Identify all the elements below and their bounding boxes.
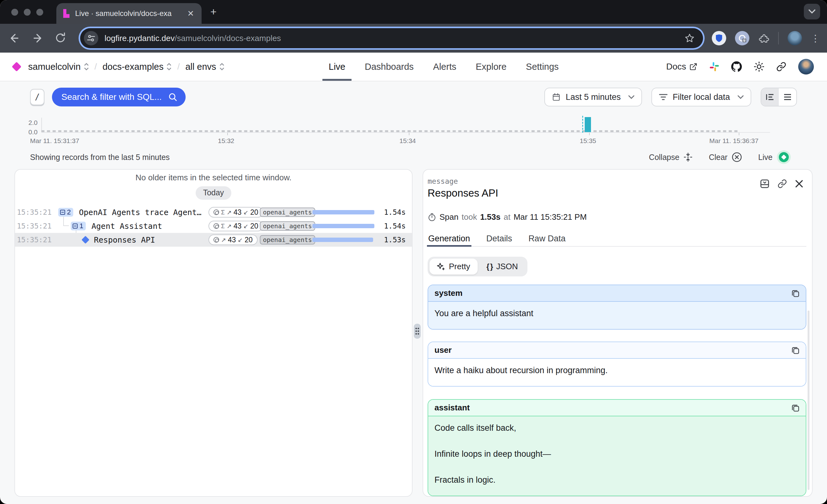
search-icon [168, 92, 178, 102]
braces-icon: { } [486, 262, 492, 271]
breadcrumb-env[interactable]: all envs [185, 62, 224, 72]
token-badge: Σ ↗43 ↙20 [208, 207, 263, 217]
trace-row[interactable]: 15:35:21 2 OpenAI Agents trace Agent… Σ … [15, 205, 412, 219]
nav-settings[interactable]: Settings [525, 53, 560, 81]
collapse-node-chip[interactable]: 2 [58, 208, 73, 217]
live-toggle[interactable]: Live [758, 150, 791, 164]
row-duration: 1.54s [384, 208, 406, 216]
docs-link[interactable]: Docs [666, 62, 697, 72]
bitwarden-extension-icon[interactable] [712, 31, 726, 45]
dock-panel-icon[interactable] [760, 179, 769, 189]
breadcrumb-org[interactable]: samuelcolvin [28, 62, 89, 72]
forward-button[interactable] [31, 32, 44, 44]
day-label: Today [196, 186, 232, 200]
theme-sun-icon[interactable] [754, 61, 764, 72]
browser-window: Live · samuelcolvin/docs-exa ✕ + logfire… [0, 0, 827, 504]
tokens-in-icon: ↗ [221, 236, 226, 243]
site-settings-icon[interactable] [84, 31, 98, 45]
address-bar[interactable]: logfire.pydantic.dev/samuelcolvin/docs-e… [80, 28, 703, 48]
pretty-json-toggle: Pretty { } JSON [428, 257, 527, 276]
flat-view-toggle[interactable] [779, 88, 796, 106]
tokens-out-count: 20 [250, 208, 258, 217]
collapse-button[interactable]: Collapse [649, 152, 692, 162]
filter-local-data-dropdown[interactable]: Filter local data [651, 88, 751, 106]
app-header: samuelcolvin / docs-examples / all envs … [0, 53, 827, 82]
browser-menu-icon[interactable]: ⋮ [811, 33, 815, 44]
x-tick [589, 133, 590, 135]
github-icon[interactable] [731, 61, 742, 72]
nav-live[interactable]: Live [328, 53, 346, 81]
maximize-window-button[interactable] [36, 9, 43, 16]
tree-view-toggle[interactable] [761, 88, 779, 106]
clear-button[interactable]: Clear [709, 152, 742, 162]
reload-button[interactable] [54, 32, 67, 44]
tab-close-icon[interactable]: ✕ [186, 9, 195, 18]
x-tick-label: 15:35 [580, 137, 596, 145]
token-badge: Σ ↗43 ↙20 [208, 221, 263, 231]
x-axis [41, 132, 770, 133]
bookmark-star-icon[interactable] [684, 33, 695, 44]
message-role: assistant [434, 403, 470, 413]
pretty-toggle[interactable]: Pretty [430, 259, 478, 274]
close-panel-icon[interactable] [795, 180, 803, 188]
json-toggle[interactable]: { } JSON [479, 259, 526, 274]
token-coin-icon [213, 237, 219, 243]
status-row: Showing records from the last 5 minutes … [0, 147, 827, 163]
row-timestamp: 15:35:21 [17, 236, 49, 244]
trace-row[interactable]: 15:35:21 1 Agent Assistant Σ ↗43 ↙20 ope… [15, 219, 412, 233]
scope-tag: openai_agents [260, 235, 315, 245]
copy-icon[interactable] [791, 404, 799, 412]
span-details-panel: message Responses API Span took 1.53s at… [423, 169, 813, 497]
extensions-puzzle-icon[interactable] [758, 33, 769, 44]
clear-circle-x-icon [732, 152, 742, 162]
tokens-out-icon: ↙ [238, 236, 243, 243]
url-text[interactable]: logfire.pydantic.dev/samuelcolvin/docs-e… [104, 34, 678, 43]
span-name: OpenAI Agents trace Agent… [79, 208, 201, 217]
onepassword-extension-icon[interactable] [735, 31, 749, 45]
browser-toolbar: logfire.pydantic.dev/samuelcolvin/docs-e… [0, 24, 827, 53]
tokens-in-count: 43 [234, 222, 242, 231]
token-coin-icon [213, 223, 219, 229]
browser-profile-avatar[interactable] [787, 31, 802, 45]
collapse-node-chip[interactable]: 1 [71, 222, 86, 231]
external-link-icon [689, 63, 697, 71]
message-content: Code calls itself back, Infinite loops i… [428, 416, 806, 496]
message-role: system [434, 288, 463, 298]
span-title: Responses API [428, 187, 806, 199]
slack-icon[interactable] [709, 62, 719, 72]
tab-details[interactable]: Details [486, 234, 513, 246]
nav-alerts[interactable]: Alerts [433, 53, 457, 81]
x-tick [227, 133, 228, 135]
tokens-out-icon: ↙ [244, 209, 249, 216]
histogram-bar[interactable] [585, 117, 591, 132]
minimize-window-button[interactable] [24, 9, 31, 16]
new-tab-button[interactable]: + [210, 6, 216, 18]
x-tick [739, 133, 739, 135]
copy-icon[interactable] [791, 289, 799, 297]
activity-timeline-chart[interactable]: 2.0 0.0 Mar 11. 15:31:37 15:32 15:34 15:… [0, 113, 827, 147]
search-filter-button[interactable]: Search & filter with SQL... [52, 88, 186, 106]
copy-link-icon[interactable] [778, 179, 787, 189]
browser-tab[interactable]: Live · samuelcolvin/docs-exa ✕ [56, 3, 202, 24]
close-window-button[interactable] [11, 9, 18, 16]
tab-search-chevron-icon[interactable] [804, 4, 820, 19]
back-button[interactable] [8, 32, 21, 44]
x-tick-label: Mar 11. 15:36:37 [709, 137, 759, 145]
sigma-icon: Σ [221, 222, 225, 230]
breadcrumb-project[interactable]: docs-examples [102, 62, 172, 72]
panel-resize-handle[interactable] [414, 324, 421, 339]
time-range-dropdown[interactable]: Last 5 minutes [544, 88, 642, 106]
copy-icon[interactable] [791, 346, 799, 354]
tab-raw-data[interactable]: Raw Data [528, 234, 566, 246]
window-controls[interactable] [11, 9, 43, 16]
logfire-logo-icon[interactable] [12, 62, 21, 71]
share-link-icon[interactable] [776, 62, 786, 72]
scrollbar[interactable] [808, 310, 810, 490]
select-chevrons-icon [166, 63, 172, 71]
nav-dashboards[interactable]: Dashboards [364, 53, 414, 81]
tokens-in-icon: ↗ [227, 209, 232, 216]
user-avatar[interactable] [798, 59, 814, 74]
nav-explore[interactable]: Explore [475, 53, 507, 81]
trace-row-selected[interactable]: 15:35:21 Responses API ↗43 ↙20 openai_ag… [15, 233, 412, 247]
tab-generation[interactable]: Generation [428, 234, 470, 246]
